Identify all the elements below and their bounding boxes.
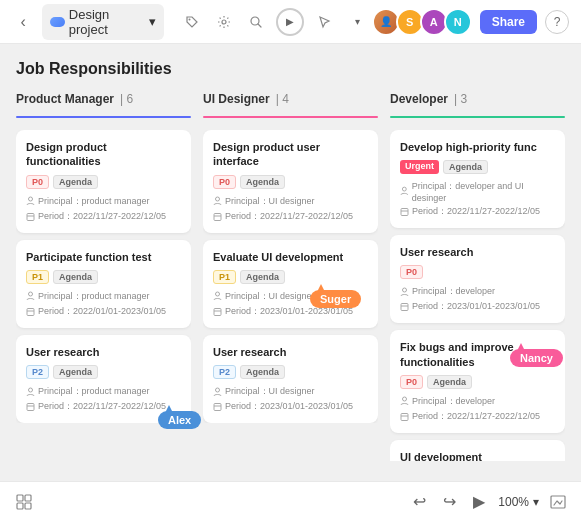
share-button[interactable]: Share [480,10,537,34]
zoom-control: 100% ▾ [498,495,539,509]
tag-row: P2 Agenda [213,365,368,379]
card-title: Design product functionalities [26,140,181,169]
avatar-n: N [444,8,472,36]
card-pm-2[interactable]: Participate function test P1 Agenda Prin… [16,240,191,328]
svg-point-1 [222,20,226,24]
svg-point-11 [216,292,220,296]
topbar-right: ▶ ▾ 👤 S A N Share ? [276,8,569,36]
col-title-pm: Product Manager [16,92,114,106]
svg-rect-29 [25,503,31,509]
tag-row: P0 Agenda [400,375,555,389]
tag-p0: P0 [400,265,423,279]
tag-p1: P1 [213,270,236,284]
help-button[interactable]: ? [545,10,569,34]
column-ui-designer: UI Designer | 4 Design product user inte… [203,92,378,461]
svg-rect-20 [401,413,408,420]
redo-button[interactable]: ↪ [438,491,460,513]
card-dev-2[interactable]: User research P0 Principal：developer Per… [390,235,565,323]
settings-icon[interactable] [212,10,236,34]
tag-icon[interactable] [180,10,204,34]
card-principal: Principal：product manager [26,385,181,398]
tag-urgent: Urgent [400,160,439,174]
expand-button[interactable]: ▾ [348,12,368,32]
tag-agenda: Agenda [443,160,488,174]
zoom-value[interactable]: 100% [498,495,529,509]
col-count-pm: | 6 [120,92,133,106]
tag-p2: P2 [26,365,49,379]
card-period: Period：2022/01/01-2023/01/05 [26,305,181,318]
card-title: User research [213,345,368,359]
svg-point-13 [216,388,220,392]
card-title: Fix bugs and improve functionalities [400,340,555,369]
tag-agenda: Agenda [53,175,98,189]
minimap-button[interactable] [547,491,569,513]
card-period: Period：2022/11/27-2022/12/05 [400,205,555,218]
col-count-uid: | 4 [276,92,289,106]
col-divider-uid [203,116,378,118]
svg-rect-26 [17,495,23,501]
tag-p2: P2 [213,365,236,379]
tag-row: P2 Agenda [26,365,181,379]
undo-button[interactable]: ↩ [408,491,430,513]
card-period: Period：2022/11/27-2022/12/05 [400,410,555,423]
card-title: User research [26,345,181,359]
card-uid-1[interactable]: Design product user interface P0 Agenda … [203,130,378,233]
svg-point-17 [403,288,407,292]
svg-rect-8 [27,404,34,411]
svg-point-0 [188,18,190,20]
card-title: Participate function test [26,250,181,264]
card-period: Period：2022/11/27-2022/12/05 [26,210,181,223]
card-principal: Principal：UI designer [213,385,368,398]
zoom-chevron-icon: ▾ [533,495,539,509]
card-dev-3[interactable]: Fix bugs and improve functionalities P0 … [390,330,565,433]
svg-point-9 [216,197,220,201]
topbar: ‹ Design project ▾ ▶ ▾ 👤 S A N Share ? [0,0,581,44]
svg-rect-6 [27,308,34,315]
grid-view-button[interactable] [12,490,36,514]
svg-rect-18 [401,304,408,311]
tag-agenda: Agenda [240,175,285,189]
tag-row: P0 Agenda [26,175,181,189]
card-dev-1[interactable]: Develop high-priority func Urgent Agenda… [390,130,565,228]
card-principal: Principal：UI designer [213,195,368,208]
card-title: Evaluate UI development [213,250,368,264]
col-title-dev: Developer [390,92,448,106]
tag-row: P0 [400,265,555,279]
back-button[interactable]: ‹ [12,10,34,34]
svg-point-7 [29,388,33,392]
card-title: User research [400,245,555,259]
play-button[interactable]: ▶ [276,8,304,36]
svg-point-19 [403,397,407,401]
page-title: Job Responsibilities [16,60,565,78]
cards-dev: Develop high-priority func Urgent Agenda… [390,130,565,461]
card-title: Design product user interface [213,140,368,169]
tag-agenda: Agenda [53,270,98,284]
toolbar-icons [180,10,268,34]
card-pm-3[interactable]: User research P2 Agenda Principal：produc… [16,335,191,423]
card-uid-2[interactable]: Evaluate UI development P1 Agenda Princi… [203,240,378,328]
col-count-dev: | 3 [454,92,467,106]
card-dev-4[interactable]: UI development P1 Principal：developer Pe… [390,440,565,461]
svg-point-3 [29,197,33,201]
card-uid-3[interactable]: User research P2 Agenda Principal：UI des… [203,335,378,423]
card-period: Period：2022/11/27-2022/12/05 [26,400,181,413]
svg-rect-28 [17,503,23,509]
card-title: Develop high-priority func [400,140,555,154]
chevron-down-icon: ▾ [149,14,156,29]
card-principal: Principal：UI designer [213,290,368,303]
project-selector[interactable]: Design project ▾ [42,4,163,40]
svg-rect-14 [214,404,221,411]
tag-p0: P0 [400,375,423,389]
svg-rect-10 [214,213,221,220]
cards-pm: Design product functionalities P0 Agenda… [16,130,191,423]
card-principal: Principal：product manager [26,195,181,208]
cursor-mode-button[interactable]: ▶ [468,491,490,513]
tag-p0: P0 [26,175,49,189]
cursor-button[interactable] [312,8,340,36]
col-header-uid: UI Designer | 4 [203,92,378,106]
card-principal: Principal：developer and UI desinger [400,180,555,203]
column-developer: Developer | 3 Develop high-priority func… [390,92,565,461]
card-pm-1[interactable]: Design product functionalities P0 Agenda… [16,130,191,233]
search-icon[interactable] [244,10,268,34]
svg-point-5 [29,292,33,296]
